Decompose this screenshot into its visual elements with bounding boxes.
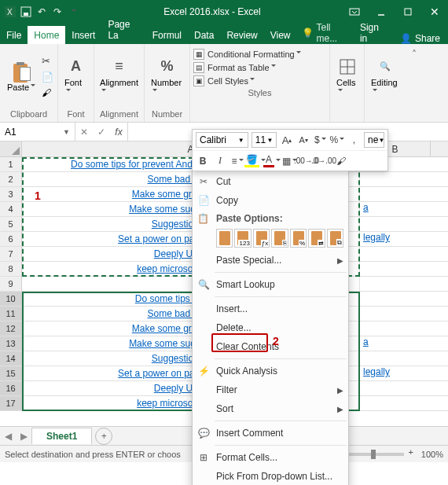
tab-home[interactable]: Home — [28, 26, 65, 44]
row-header[interactable]: 13 — [0, 336, 22, 351]
ctx-cut[interactable]: ✂Cut — [193, 172, 348, 191]
cell[interactable] — [360, 187, 431, 201]
row-header[interactable]: 11 — [0, 307, 22, 321]
font-button[interactable]: AFont — [61, 57, 90, 97]
sign-in-link[interactable]: Sign in — [354, 22, 392, 44]
mini-percent-icon[interactable]: % — [330, 132, 344, 148]
ctx-smart-lookup[interactable]: 🔍Smart Lookup — [193, 275, 348, 294]
zoom-thumb[interactable] — [371, 450, 376, 459]
ctx-insert[interactable]: Insert... — [193, 299, 348, 318]
cell[interactable] — [360, 292, 431, 306]
undo-icon[interactable]: ↶ — [36, 6, 47, 17]
row-header[interactable]: 9 — [0, 277, 22, 291]
paste-option-icon[interactable] — [216, 229, 233, 248]
alignment-button[interactable]: ≡Alignment — [97, 57, 141, 97]
ctx-sort[interactable]: Sort▶ — [193, 399, 348, 418]
editing-button[interactable]: 🔍Editing — [368, 57, 402, 97]
save-icon[interactable] — [20, 6, 31, 17]
row-header[interactable]: 1 — [0, 157, 22, 171]
ctx-pick-from-list[interactable]: Pick From Drop-down List... — [193, 467, 348, 485]
row-header[interactable]: 7 — [0, 247, 22, 261]
cell[interactable] — [360, 262, 431, 276]
paste-option-icon[interactable]: ƒx — [253, 229, 270, 248]
row-header[interactable]: 15 — [0, 366, 22, 380]
increase-font-icon[interactable]: A▴ — [280, 132, 293, 148]
mini-increase-decimal-icon[interactable]: .0→.00 — [317, 153, 331, 169]
cell[interactable]: a — [360, 202, 431, 216]
ctx-delete[interactable]: Delete... — [193, 318, 348, 337]
cut-icon[interactable] — [42, 55, 53, 67]
select-all-corner[interactable] — [0, 141, 22, 156]
close-button[interactable]: ✕ — [421, 0, 448, 24]
hyperlink[interactable]: a — [360, 202, 369, 213]
italic-icon[interactable]: I — [213, 153, 227, 169]
tab-insert[interactable]: Insert — [65, 26, 101, 44]
tab-page-layout[interactable]: Page La — [101, 15, 145, 44]
row-header[interactable]: 14 — [0, 351, 22, 366]
cell[interactable] — [360, 172, 431, 186]
maximize-button[interactable] — [395, 0, 421, 24]
mini-font-select[interactable]: Calibri▼ — [196, 132, 248, 148]
ctx-filter[interactable]: Filter▶ — [193, 380, 348, 399]
decrease-font-icon[interactable]: A▾ — [297, 132, 310, 148]
cancel-formula-icon[interactable]: ✕ — [75, 127, 93, 138]
mini-font-color-icon[interactable]: A — [265, 153, 279, 169]
cells-button[interactable]: Cells — [333, 57, 361, 97]
tab-file[interactable]: File — [0, 26, 28, 44]
ctx-quick-analysis[interactable]: ⚡Quick Analysis — [193, 362, 348, 380]
mini-size-select[interactable]: 11▼ — [252, 132, 277, 148]
mini-comma-icon[interactable]: , — [347, 132, 361, 148]
name-box-dropdown-icon[interactable]: ▼ — [63, 128, 70, 136]
mini-unknown-select[interactable]: ne▼ — [364, 132, 384, 148]
minimize-button[interactable] — [368, 0, 395, 24]
mini-format-painter-icon[interactable]: 🖌 — [334, 153, 348, 169]
new-sheet-button[interactable]: + — [95, 428, 112, 445]
row-header[interactable]: 8 — [0, 262, 22, 276]
cell[interactable] — [360, 307, 431, 321]
tab-data[interactable]: Data — [188, 26, 220, 44]
paste-option-icon[interactable]: ⧉ — [327, 229, 343, 248]
cell[interactable] — [360, 247, 431, 261]
hyperlink[interactable]: a — [360, 336, 369, 347]
copy-icon[interactable] — [42, 72, 53, 83]
paste-option-icon[interactable]: ⇄ — [308, 229, 325, 248]
cell[interactable] — [360, 277, 431, 291]
name-box[interactable]: A1▼ — [0, 123, 75, 141]
zoom-slider[interactable] — [341, 453, 404, 456]
enter-formula-icon[interactable]: ✓ — [93, 127, 110, 138]
format-painter-icon[interactable] — [42, 87, 53, 98]
row-header[interactable]: 5 — [0, 217, 22, 231]
paste-option-icon[interactable]: 123 — [234, 229, 251, 248]
cell[interactable] — [360, 321, 431, 336]
cell[interactable] — [360, 396, 431, 410]
collapse-ribbon-icon[interactable]: ˄ — [406, 44, 423, 122]
format-as-table-button[interactable]: ▤Format as Table — [193, 62, 326, 73]
cell[interactable]: legally — [360, 232, 431, 246]
paste-option-icon[interactable]: ⎘ — [271, 229, 288, 248]
ctx-format-cells[interactable]: ⊞Format Cells... — [193, 448, 348, 467]
ribbon-options-icon[interactable] — [341, 0, 368, 24]
row-header[interactable]: 3 — [0, 187, 22, 201]
row-header[interactable]: 2 — [0, 172, 22, 186]
tell-me[interactable]: 💡Tell me... — [297, 22, 354, 44]
tab-view[interactable]: View — [264, 26, 297, 44]
cell[interactable]: legally — [360, 366, 431, 380]
tab-formulas[interactable]: Formul — [146, 26, 188, 44]
row-header[interactable]: 17 — [0, 396, 22, 410]
cell[interactable] — [360, 381, 431, 395]
row-header[interactable]: 16 — [0, 381, 22, 395]
ctx-clear-contents[interactable]: Clear Contents — [193, 337, 348, 356]
cell[interactable] — [360, 217, 431, 231]
ctx-insert-comment[interactable]: 💬Insert Comment — [193, 424, 348, 443]
cell-styles-button[interactable]: ▣Cell Styles — [193, 75, 326, 86]
share-button[interactable]: 👤Share — [392, 33, 448, 44]
bold-icon[interactable]: B — [196, 153, 210, 169]
sheet-nav-next-icon[interactable]: ▶ — [20, 431, 28, 442]
row-header[interactable]: 6 — [0, 232, 22, 246]
sheet-nav-prev-icon[interactable]: ◀ — [5, 431, 12, 442]
ctx-copy[interactable]: 📄Copy — [193, 191, 348, 210]
conditional-formatting-button[interactable]: ▦Conditional Formatting — [193, 49, 326, 60]
hyperlink[interactable]: legally — [360, 366, 390, 377]
paste-button[interactable]: Paste — [4, 62, 39, 92]
ctx-paste-special[interactable]: Paste Special...▶ — [193, 251, 348, 270]
